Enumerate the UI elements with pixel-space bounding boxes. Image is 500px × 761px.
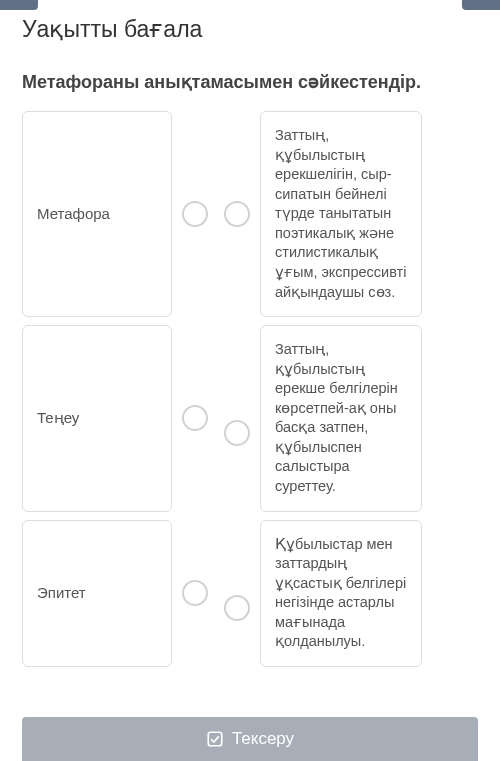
page-content: Уақытты бағала Метафораны анықтамасымен … [0,16,500,667]
match-row: Теңеу Заттың, құбылыстың ерекше белгілер… [22,325,478,512]
definition-connector[interactable] [224,420,250,446]
term-box[interactable]: Теңеу [22,325,172,512]
term-label: Теңеу [37,408,79,428]
term-box[interactable]: Эпитет [22,520,172,667]
connector-group [182,111,250,317]
match-rows: Метафора Заттың, құбылыстың ерекшелігін,… [22,111,478,667]
definition-connector[interactable] [224,201,250,227]
definition-box[interactable]: Құбылыстар мен заттардың ұқсастық белгіл… [260,520,422,667]
check-button[interactable]: Тексеру [22,717,478,761]
definition-connector[interactable] [224,595,250,621]
term-connector[interactable] [182,201,208,227]
top-bar [0,0,500,10]
term-box[interactable]: Метафора [22,111,172,317]
definition-box[interactable]: Заттың, құбылыстың ерекше белгілерін көр… [260,325,422,512]
term-label: Метафора [37,204,110,224]
definition-text: Құбылыстар мен заттардың ұқсастық белгіл… [275,535,407,652]
connector-group [182,325,250,512]
match-row: Эпитет Құбылыстар мен заттардың ұқсастық… [22,520,478,667]
top-bar-right-stub [462,0,500,10]
page-title: Уақытты бағала [22,16,478,43]
definition-box[interactable]: Заттың, құбылыстың ерекшелігін, сыр-сипа… [260,111,422,317]
definition-text: Заттың, құбылыстың ерекшелігін, сыр-сипа… [275,126,407,302]
question-text: Метафораны анықтамасымен сәйкестендір. [22,71,478,93]
top-bar-left-stub [0,0,38,10]
connector-group [182,520,250,667]
definition-text: Заттың, құбылыстың ерекше белгілерін көр… [275,340,407,497]
term-connector[interactable] [182,580,208,606]
check-button-label: Тексеру [232,729,294,749]
term-connector[interactable] [182,405,208,431]
svg-rect-0 [208,732,222,746]
check-icon [206,730,224,748]
match-row: Метафора Заттың, құбылыстың ерекшелігін,… [22,111,478,317]
term-label: Эпитет [37,583,86,603]
